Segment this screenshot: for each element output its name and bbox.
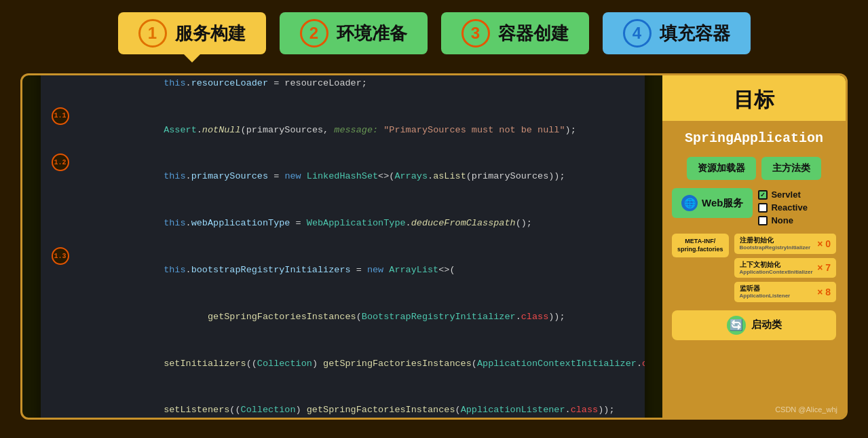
tab-2-number: 2 [300, 19, 328, 48]
code-line-4: 1.2 this.primarySources = new LinkedHash… [52, 153, 634, 200]
line-marker-6: 1.3 [52, 247, 76, 265]
radio-servlet[interactable]: Servlet [758, 189, 807, 200]
init2-label: 上下文初始化 [740, 261, 813, 269]
globe-icon: 🌐 [681, 195, 698, 211]
tab-1-number: 1 [138, 19, 167, 48]
spring-buttons: 资源加载器 主方法类 [672, 157, 836, 180]
listener-label: 监听器 [740, 285, 791, 293]
main-class-button[interactable]: 主方法类 [761, 157, 821, 180]
tab-pointer [183, 53, 202, 62]
tab-4-number: 4 [623, 19, 652, 48]
factory-init2-name: 上下文初始化 ApplicationContextInitializer [740, 261, 813, 276]
right-panel: 目标 SpringApplication 资源加载器 主方法类 🌐 Web服务 … [662, 75, 846, 418]
factory-listener: 监听器 ApplicationListener × 8 [734, 282, 836, 302]
init1-label: 注册初始化 [740, 236, 810, 244]
tab-1[interactable]: 1 服务构建 [118, 12, 266, 54]
listener-count: × 8 [817, 287, 831, 297]
code-text-2: this.resourceLoader = resourceLoader; [76, 73, 634, 107]
code-area: public SpringApplication(ResourceLoader … [22, 75, 662, 418]
resource-loader-button[interactable]: 资源加载器 [687, 157, 756, 180]
factories-section: META-INF/ spring.factories 注册初始化 Bootstr… [672, 234, 836, 302]
web-service-button[interactable]: 🌐 Web服务 [672, 188, 753, 218]
code-text-6a: this.bootstrapRegistryInitializers = new… [76, 247, 634, 294]
tab-2[interactable]: 2 环境准备 [280, 12, 428, 54]
code-line-3: 1.1 Assert.notNull(primarySources, messa… [52, 107, 634, 154]
code-line-2: this.resourceLoader = resourceLoader; [52, 73, 634, 107]
main-content: public SpringApplication(ResourceLoader … [20, 73, 848, 420]
factories-items: 注册初始化 BootstrapRegistryInitializer × 0 上… [734, 234, 836, 302]
factory-init1: 注册初始化 BootstrapRegistryInitializer × 0 [734, 234, 836, 254]
web-service-label: Web服务 [702, 197, 743, 210]
code-text-7b: setListeners((Collection) getSpringFacto… [76, 387, 634, 420]
marker-1-1: 1.1 [52, 107, 69, 125]
line-marker-4: 1.2 [52, 153, 76, 171]
tab-3-label: 容器创建 [498, 22, 569, 45]
marker-1-3: 1.3 [52, 247, 69, 265]
code-text-7a: setInitializers((Collection) getSpringFa… [76, 341, 645, 388]
reactive-checkbox[interactable] [758, 203, 768, 213]
boot-class: 🔄 启动类 [672, 310, 836, 340]
tab-3-number: 3 [461, 19, 490, 48]
radio-group: Servlet Reactive None [758, 188, 807, 225]
code-body: public SpringApplication(ResourceLoader … [41, 73, 645, 420]
none-checkbox[interactable] [758, 216, 768, 225]
tab-3[interactable]: 3 容器创建 [441, 12, 589, 54]
none-label: None [771, 215, 793, 225]
watermark: CSDN @Alice_whj [775, 405, 837, 414]
spring-application-title: SpringApplication [672, 130, 836, 146]
code-text-6b: getSpringFactoriesInstances(BootstrapReg… [76, 294, 634, 341]
top-navigation: 1 服务构建 2 环境准备 3 容器创建 4 填充容器 [0, 0, 868, 65]
code-window: public SpringApplication(ResourceLoader … [41, 73, 645, 420]
code-line-7b: setListeners((Collection) getSpringFacto… [52, 387, 634, 420]
radio-reactive[interactable]: Reactive [758, 202, 807, 213]
listener-sub: ApplicationListener [740, 293, 791, 299]
init1-count: × 0 [817, 238, 831, 249]
factories-file-line2: spring.factories [677, 246, 723, 254]
code-text-4: this.primarySources = new LinkedHashSet<… [76, 153, 634, 200]
factory-init1-name: 注册初始化 BootstrapRegistryInitializer [740, 236, 810, 251]
boot-class-label: 启动类 [751, 318, 782, 331]
code-line-7a: setInitializers((Collection) getSpringFa… [52, 341, 634, 388]
servlet-checkbox[interactable] [758, 190, 768, 200]
factories-file-line1: META-INF/ [677, 238, 723, 246]
code-line-6b: getSpringFactoriesInstances(BootstrapReg… [52, 294, 634, 341]
marker-1-2: 1.2 [52, 153, 69, 171]
tab-2-label: 环境准备 [337, 22, 407, 45]
factory-init2: 上下文初始化 ApplicationContextInitializer × 7 [734, 258, 836, 278]
code-line-6a: 1.3 this.bootstrapRegistryInitializers =… [52, 247, 634, 294]
tab-4-label: 填充容器 [660, 22, 730, 45]
code-text-5: this.webApplicationType = WebApplication… [76, 200, 634, 247]
tab-4[interactable]: 4 填充容器 [603, 12, 751, 54]
boot-icon: 🔄 [727, 316, 746, 335]
factory-listener-name: 监听器 ApplicationListener [740, 285, 791, 299]
tab-1-label: 服务构建 [175, 22, 246, 45]
init1-sub: BootstrapRegistryInitializer [740, 244, 810, 251]
web-service-row: 🌐 Web服务 Servlet Reactive None [672, 188, 836, 225]
servlet-label: Servlet [771, 189, 800, 200]
init2-sub: ApplicationContextInitializer [740, 269, 813, 276]
init2-count: × 7 [817, 262, 831, 273]
code-text-3: Assert.notNull(primarySources, message: … [76, 107, 634, 154]
factories-file: META-INF/ spring.factories [672, 234, 729, 257]
spring-section: SpringApplication 资源加载器 主方法类 🌐 Web服务 Ser… [662, 121, 846, 418]
right-title: 目标 [662, 75, 846, 121]
line-marker-3: 1.1 [52, 107, 76, 125]
reactive-label: Reactive [771, 202, 807, 213]
radio-none[interactable]: None [758, 215, 807, 225]
code-line-5: this.webApplicationType = WebApplication… [52, 200, 634, 247]
